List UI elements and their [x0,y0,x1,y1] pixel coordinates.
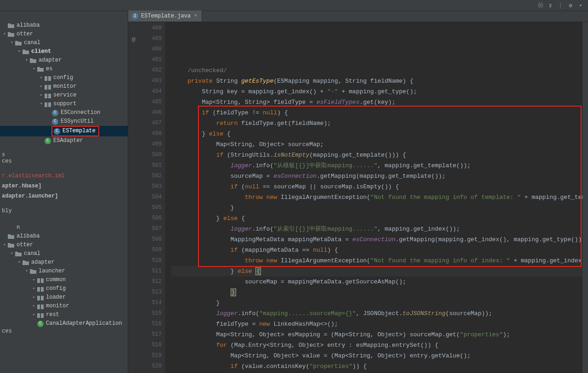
tree-item-otter[interactable]: ▾otter [0,30,128,39]
code-area[interactable]: /unchecked/ private String getEsType(ESM… [171,22,582,373]
tree-item-adapter[interactable]: ▾adapter [0,56,128,65]
chevron-down-icon[interactable]: ▾ [17,258,22,267]
tree-item-monitor[interactable]: ▸monitor [0,82,128,91]
code-line[interactable]: if (null == sourceMap || sourceMap.isEmp… [171,181,582,192]
code-line[interactable]: logger.info("从模板[{}]中获取mapping......", m… [171,160,582,171]
code-line[interactable]: throw new IllegalArgumentException("Not … [171,255,582,266]
chevron-down-icon[interactable]: ▾ [577,2,584,9]
folder-icon [15,250,22,258]
chevron-down-icon[interactable]: ▾ [24,267,29,276]
tree-item-estemplate[interactable]: CESTemplate [0,126,128,136]
tree-item-adapter[interactable]: ▾adapter [0,258,128,267]
code-line[interactable]: sourceMap = mappingMetaData.getSourceAsM… [171,277,582,287]
tree-extra-label[interactable]: adapter.launcher] [0,191,128,201]
line-number: 507 [128,224,162,234]
line-number: 488 [128,23,162,34]
close-icon[interactable]: × [192,12,199,19]
chevron-down-icon[interactable]: ▾ [9,249,15,258]
chevron-right-icon[interactable]: ▸ [39,82,44,91]
tree-item-label: alibaba [17,21,40,30]
tree-item-esadapter[interactable]: CESAdapter [0,136,128,145]
tree-item-common[interactable]: ▸common [0,276,128,284]
code-line[interactable]: logger.info("mapping......sourceMap={}",… [171,308,582,319]
line-number: 501 [128,160,162,171]
gear-icon[interactable]: ✲ [567,2,574,9]
code-line[interactable]: if (mappingMetaData == null) { [171,245,582,255]
code-line[interactable]: } else { [171,213,582,224]
code-line[interactable]: logger.info("从索引[{}]中获取mapping......", m… [171,224,582,234]
chevron-down-icon[interactable]: ▾ [31,65,37,73]
tree-item-alibaba[interactable]: alibaba [0,232,128,241]
tree-item-config[interactable]: ▸config [0,73,128,82]
code-line[interactable]: MappingMetaData mappingMetaData = esConn… [171,234,582,245]
tree-item-label: canal [24,39,40,47]
code-line[interactable]: private String getEsType(ESMapping mappi… [171,76,582,86]
tree-item-canal[interactable]: ▾canal [0,39,128,47]
tree-item-blank[interactable] [0,14,128,21]
tree-item-esconnection[interactable]: CESConnection [0,108,128,117]
tree-item-canal[interactable]: ▾canal [0,249,128,258]
tree-item-label: support [53,100,76,108]
code-line[interactable]: throw new IllegalArgumentException("Not … [171,192,582,203]
tree-item-essyncutil[interactable]: CESSyncUtil [0,117,128,126]
tree-item-n[interactable]: n [0,223,128,232]
tree-item-support[interactable]: ▾support [0,100,128,108]
chevron-down-icon[interactable]: ▾ [9,39,15,47]
code-line[interactable]: } [171,203,582,213]
chevron-down-icon[interactable]: ▾ [39,100,44,108]
code-line[interactable]: if (fieldType != null) { [171,107,582,118]
target-icon[interactable]: ⦾ [537,2,544,9]
tree-item-es[interactable]: ▾es [0,65,128,73]
tree-item-config[interactable]: ▸config [0,284,128,293]
chevron-right-icon[interactable]: ▸ [31,276,37,284]
code-line[interactable]: fieldType = new LinkedHashMap<>(); [171,319,582,329]
code-line[interactable]: sourceMap = esConnection.getMapping(mapp… [171,171,582,181]
chevron-right-icon[interactable]: ▸ [31,293,37,302]
code-editor[interactable]: 488489@490491492493494495496497498499500… [128,22,588,373]
chevron-right-icon[interactable]: ▸ [31,284,37,293]
tree-item-monitor[interactable]: ▸monitor [0,302,128,311]
tree-extra-label[interactable]: r.elasticsearch.iml [0,171,128,181]
tree-item-rest[interactable]: ▸rest [0,311,128,319]
chevron-right-icon[interactable]: ▸ [39,91,44,100]
code-line[interactable]: } [171,298,582,308]
code-line[interactable]: } else { [171,129,582,139]
vertical-scrollbar[interactable] [582,22,588,373]
tree-item-service[interactable]: ▸service [0,91,128,100]
folder-icon [7,242,15,249]
code-line[interactable]: /unchecked/ [171,65,582,76]
code-line[interactable]: for (Map.Entry<String, Object> entry : e… [171,340,582,350]
tab-estemplate[interactable]: I ESTemplate.java × [128,11,202,22]
code-line[interactable]: Map<String, Object> esMapping = (Map<Str… [171,329,582,340]
chevron-right-icon[interactable]: ▸ [31,311,37,319]
tree-item-launcher[interactable]: ▾launcher [0,267,128,276]
tree-item-client[interactable]: ▾client [0,47,128,56]
code-line[interactable]: Map<String, Object> value = (Map<String,… [171,350,582,361]
chevron-down-icon[interactable]: ▾ [2,241,7,249]
code-line[interactable]: return fieldType.get(fieldName); [171,118,582,129]
tree-item-canaladapterapplication[interactable]: CCanalAdapterApplication [0,319,128,328]
chevron-right-icon[interactable]: ▸ [39,73,44,82]
chevron-down-icon[interactable]: ▾ [24,56,29,65]
code-line[interactable]: Map<String, Object> sourceMap; [171,139,582,150]
svg-rect-13 [40,296,41,300]
override-gutter-icon[interactable]: @ [132,34,136,45]
line-number: 504 [128,192,162,203]
package-icon [37,294,44,301]
tree-item-loader[interactable]: ▸loader [0,293,128,302]
code-line[interactable]: } else { [171,266,582,277]
project-tree-panel[interactable]: alibaba▾otter▾canal▾client▾adapter▾es▸co… [0,11,128,373]
code-line[interactable]: } [171,287,582,298]
tree-item-otter[interactable]: ▾otter [0,241,128,249]
code-line[interactable]: if (StringUtils.isNotEmpty(mapping.get_t… [171,150,582,160]
chevron-right-icon[interactable]: ▸ [31,302,37,311]
tree-extra-label[interactable]: apter.hbase] [0,181,128,191]
chevron-down-icon[interactable]: ▾ [17,47,22,56]
chevron-down-icon[interactable]: ▾ [2,30,7,39]
code-line[interactable]: String key = mapping.get_index() + "-" +… [171,86,582,97]
code-line[interactable]: if (value.containsKey("properties")) { [171,361,582,372]
tree-item-alibaba[interactable]: alibaba [0,21,128,30]
code-line[interactable]: Map<String, String> fieldType = esFieldT… [171,97,582,107]
svg-rect-17 [40,313,41,318]
collapse-icon[interactable]: ⇕ [547,2,554,9]
